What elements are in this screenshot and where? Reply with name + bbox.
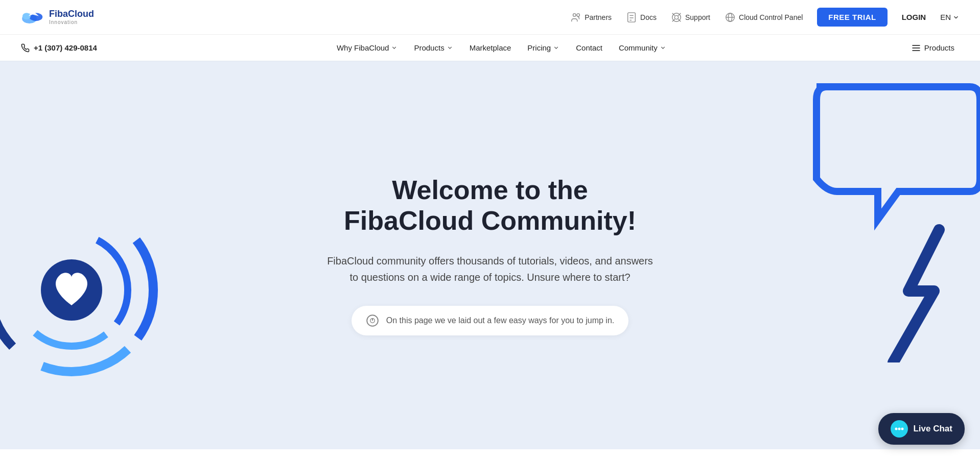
hero-title: Welcome to the FibaCloud Community! — [326, 175, 654, 236]
deco-left — [0, 203, 158, 377]
logo[interactable]: FibaCloud Innovation — [20, 7, 94, 28]
svg-point-32 — [901, 428, 904, 430]
second-nav: +1 (307) 429-0814 Why FibaCloud Products… — [0, 35, 980, 61]
nav-community[interactable]: Community — [612, 40, 673, 55]
svg-point-11 — [674, 15, 678, 19]
support-icon — [671, 12, 682, 23]
hamburger-icon — [911, 43, 921, 53]
logo-text: FibaCloud Innovation — [49, 9, 94, 25]
nav-cloud-control[interactable]: Cloud Control Panel — [725, 12, 803, 23]
svg-point-4 — [573, 13, 576, 16]
info-icon — [366, 314, 379, 327]
nav-docs[interactable]: Docs — [626, 12, 657, 23]
chat-dots-icon — [891, 420, 908, 438]
nav-why-fibacloud[interactable]: Why FibaCloud — [330, 40, 405, 55]
phone-icon — [20, 43, 30, 53]
people-icon — [570, 12, 581, 23]
doc-icon — [626, 12, 637, 23]
brand-name: FibaCloud — [49, 9, 94, 19]
hero-info-text: On this page we ve laid out a few easy w… — [386, 316, 614, 325]
hero-subtitle: FibaCloud community offers thousands of … — [326, 253, 654, 285]
nav-support[interactable]: Support — [671, 12, 710, 23]
chevron-down-icon — [391, 44, 398, 51]
chevron-down-icon — [447, 44, 453, 51]
chevron-down-icon — [660, 44, 666, 51]
svg-point-31 — [898, 428, 901, 430]
logo-icon — [20, 7, 45, 28]
phone-number: +1 (307) 429-0814 — [20, 43, 97, 53]
live-chat-button[interactable]: Live Chat — [878, 413, 965, 445]
nav-products[interactable]: Products — [407, 40, 460, 55]
login-button[interactable]: LOGIN — [902, 13, 926, 21]
hamburger-products[interactable]: Products — [906, 41, 960, 55]
nav-marketplace[interactable]: Marketplace — [462, 40, 519, 55]
svg-point-2 — [22, 13, 31, 19]
chevron-down-icon — [952, 14, 960, 21]
hero-section: Welcome to the FibaCloud Community! Fiba… — [0, 61, 980, 449]
svg-point-5 — [577, 13, 580, 16]
chevron-down-icon — [553, 44, 559, 51]
nav-partners[interactable]: Partners — [570, 12, 612, 23]
nav-pricing[interactable]: Pricing — [520, 40, 567, 55]
main-nav: Why FibaCloud Products Marketplace Prici… — [330, 40, 673, 55]
top-bar: FibaCloud Innovation Partners Docs — [0, 0, 980, 35]
dots-icon — [894, 425, 904, 432]
language-selector[interactable]: EN — [940, 13, 960, 21]
globe-icon — [725, 12, 736, 23]
hero-content: Welcome to the FibaCloud Community! Fiba… — [316, 144, 664, 366]
deco-right — [796, 77, 980, 362]
brand-sub: Innovation — [49, 19, 94, 25]
svg-point-30 — [895, 428, 898, 430]
svg-rect-6 — [628, 12, 636, 21]
hero-info-box: On this page we ve laid out a few easy w… — [352, 306, 628, 335]
top-nav: Partners Docs Support — [570, 8, 960, 27]
free-trial-button[interactable]: FREE TRIAL — [817, 8, 887, 27]
nav-contact[interactable]: Contact — [569, 40, 610, 55]
